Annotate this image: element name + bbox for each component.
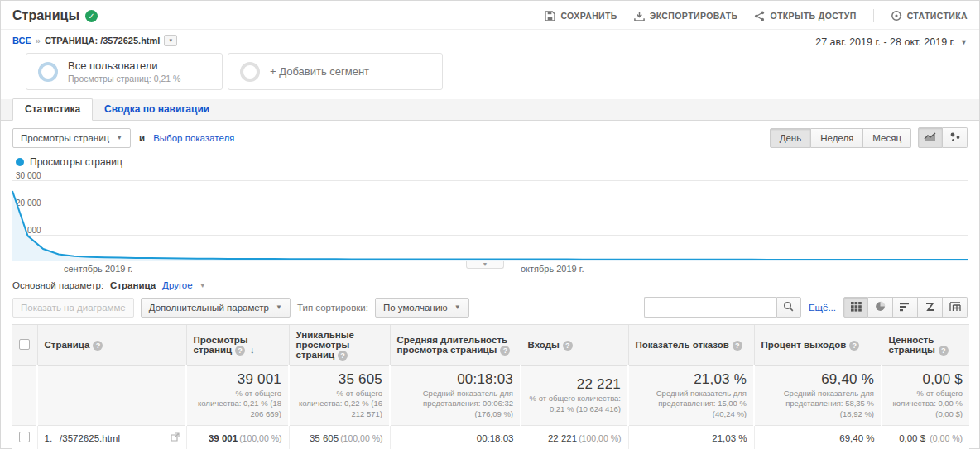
advanced-filter-link[interactable]: Ещё... — [809, 303, 836, 313]
table-view-switcher — [843, 297, 968, 318]
other-dimension-link[interactable]: Другое — [162, 280, 193, 290]
summary-page-value: 0,00 $% от общего количества: 0,00 % (0,… — [882, 366, 969, 426]
segment-subtitle: Просмотры страниц: 0,21 % — [68, 74, 180, 84]
insights-button[interactable]: СТАТИСТИКА — [891, 10, 968, 21]
search-button[interactable] — [776, 297, 801, 318]
granularity-month-button[interactable]: Месяц — [863, 128, 911, 148]
cell-bounce-rate: 21,03 % — [628, 426, 754, 449]
col-header-bounce-rate[interactable]: Показатель отказов? — [628, 325, 754, 366]
summary-avg-time: 00:18:03Средний показатель для представл… — [390, 366, 521, 426]
metric-conjunction: и — [139, 133, 145, 143]
primary-dimension-row: Основной параметр: Страница Другое ▼ — [1, 279, 979, 295]
col-header-exit-rate[interactable]: Процент выходов? — [754, 325, 882, 366]
insights-icon — [891, 10, 902, 21]
help-icon[interactable]: ? — [93, 341, 103, 351]
x-label-october: октябрь 2019 г. — [521, 264, 584, 274]
chart-type-switcher — [918, 127, 968, 148]
caret-down-icon: ▼ — [199, 282, 206, 289]
granularity-day-button[interactable]: День — [770, 128, 812, 148]
performance-view-button[interactable] — [893, 297, 918, 318]
summary-exit-rate: 69,40 %Средний показатель для представле… — [754, 366, 882, 426]
caret-down-icon: ▼ — [454, 303, 461, 311]
row-index: 1. — [45, 433, 53, 443]
sort-desc-icon: ↓ — [250, 345, 255, 355]
cell-exit-rate: 69,40 % — [754, 426, 882, 449]
granularity-week-button[interactable]: Неделя — [811, 128, 863, 148]
breadcrumb-separator: » — [36, 36, 41, 45]
col-header-pageviews[interactable]: Просмотры страниц?↓ — [186, 325, 289, 366]
help-icon[interactable]: ? — [500, 346, 510, 356]
segment-ring-icon — [38, 62, 58, 82]
select-all-checkbox[interactable] — [19, 339, 30, 350]
cell-entrances: 22 221(100,00 %) — [521, 426, 628, 449]
col-header-avg-time[interactable]: Средняя длительность просмотра страницы? — [390, 325, 521, 366]
save-icon — [545, 11, 555, 21]
share-icon — [754, 11, 765, 21]
date-range-selector[interactable]: 27 авг. 2019 г. - 28 окт. 2019 г. ▼ — [815, 35, 968, 48]
primary-dimension-label: Основной параметр: — [12, 280, 103, 290]
breadcrumb-row: ВСЕ » СТРАНИЦА: /3572625.html ▾ 27 авг. … — [1, 30, 979, 48]
plot-rows-button[interactable]: Показать на диаграмме — [12, 298, 134, 318]
breadcrumb-all-link[interactable]: ВСЕ — [12, 36, 31, 45]
segment-all-users-card[interactable]: Все пользователи Просмотры страниц: 0,21… — [26, 53, 223, 90]
help-icon[interactable]: ? — [338, 351, 348, 361]
help-icon[interactable]: ? — [733, 341, 742, 351]
pages-table: Страница? Просмотры страниц?↓ Уникальные… — [12, 324, 969, 449]
breadcrumb: ВСЕ » СТРАНИЦА: /3572625.html ▾ — [12, 35, 177, 46]
tab-statistics[interactable]: Статистика — [12, 98, 93, 121]
cell-pageviews: 39 001(100,00 %) — [186, 426, 289, 449]
col-header-entrances[interactable]: Входы? — [521, 325, 628, 366]
table-view-button[interactable] — [843, 297, 868, 318]
col-header-page-value[interactable]: Ценность страницы? — [882, 325, 969, 366]
line-chart-icon — [924, 131, 937, 146]
row-checkbox[interactable] — [19, 432, 30, 442]
verified-check-icon: ✓ — [85, 10, 98, 22]
timeline-chart: 30 000 20 000 10 000 — [12, 170, 968, 261]
breadcrumb-current: СТРАНИЦА: /3572625.html — [45, 36, 160, 45]
motion-chart-view-button[interactable] — [943, 127, 968, 148]
cell-avg-time: 00:18:03 — [390, 426, 521, 449]
tab-navigation-summary[interactable]: Сводка по навигации — [93, 99, 221, 120]
motion-chart-icon — [949, 131, 961, 146]
chart-collapse-handle[interactable]: ▼ — [466, 261, 504, 269]
metric-selector-dropdown[interactable]: Просмотры страниц ▼ — [12, 128, 131, 148]
pivot-view-button[interactable] — [943, 297, 968, 318]
help-icon[interactable]: ? — [235, 346, 245, 356]
col-header-page[interactable]: Страница? — [37, 325, 186, 366]
table-summary-row: 39 001% от общего количества: 0,21 % (18… — [12, 366, 969, 426]
help-icon[interactable]: ? — [563, 341, 573, 351]
add-segment-ring-icon — [240, 62, 260, 82]
timeline-svg — [12, 170, 968, 262]
summary-entrances: 22 221% от общего количества: 0,21 % (10… — [521, 366, 628, 426]
save-button[interactable]: СОХРАНИТЬ — [545, 11, 617, 21]
add-segment-card[interactable]: + Добавить сегмент — [228, 53, 443, 90]
caret-down-icon: ▼ — [116, 134, 122, 141]
percentage-view-button[interactable] — [868, 297, 893, 318]
open-page-external-icon[interactable] — [171, 432, 180, 443]
performance-view-icon — [900, 300, 910, 315]
breadcrumb-dropdown-button[interactable]: ▾ — [164, 35, 177, 46]
summary-pageviews: 39 001% от общего количества: 0,21 % (18… — [186, 366, 289, 426]
cell-page-value: 0,00 $ (0,00 %) — [882, 426, 969, 449]
export-icon — [634, 11, 645, 21]
export-button[interactable]: ЭКСПОРТИРОВАТЬ — [634, 11, 738, 21]
col-header-unique-pageviews[interactable]: Уникальные просмотры страниц? — [289, 325, 390, 366]
page-link[interactable]: /3572625.html — [60, 433, 120, 443]
help-icon[interactable]: ? — [849, 341, 859, 351]
caret-down-icon: ▼ — [960, 38, 968, 46]
help-icon[interactable]: ? — [939, 346, 949, 356]
segment-title: Все пользователи — [68, 60, 180, 72]
secondary-dimension-button[interactable]: Дополнительный параметр ▼ — [141, 298, 291, 318]
comparison-view-icon — [925, 300, 935, 315]
select-metric-link[interactable]: Выбор показателя — [153, 133, 234, 143]
primary-dimension-page[interactable]: Страница — [110, 280, 156, 290]
timeline-line — [12, 191, 968, 260]
sort-type-dropdown[interactable]: По умолчанию ▼ — [375, 298, 469, 318]
summary-bounce-rate: 21,03 %Средний показатель для представле… — [628, 366, 754, 426]
line-chart-view-button[interactable] — [918, 127, 943, 148]
table-header-row: Страница? Просмотры страниц?↓ Уникальные… — [12, 325, 969, 366]
summary-unique-pageviews: 35 605% от общего количества: 0,22 % (16… — [289, 366, 390, 426]
share-button[interactable]: ОТКРЫТЬ ДОСТУП — [754, 11, 856, 21]
comparison-view-button[interactable] — [918, 297, 943, 318]
table-search-input[interactable] — [644, 297, 776, 318]
